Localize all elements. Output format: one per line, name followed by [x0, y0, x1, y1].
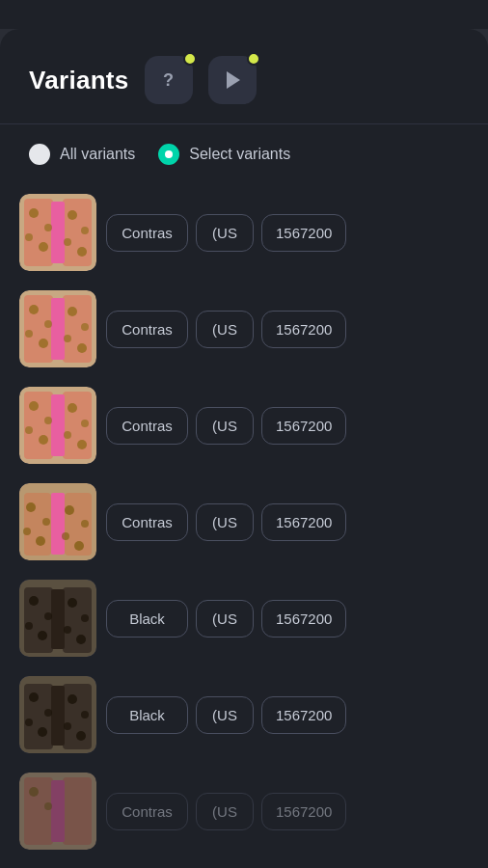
svg-point-70 [64, 722, 71, 730]
svg-point-52 [29, 596, 39, 606]
svg-point-58 [64, 626, 71, 634]
product-thumbnail [19, 676, 96, 753]
select-variants-radio[interactable] [158, 144, 179, 165]
svg-point-77 [44, 802, 52, 810]
svg-point-35 [77, 440, 87, 449]
all-variants-option[interactable]: All variants [29, 144, 135, 165]
sku-tag: 1567200 [261, 696, 346, 734]
svg-rect-1 [24, 199, 53, 266]
header-row: Variants ? [29, 56, 459, 104]
svg-point-67 [38, 727, 47, 737]
svg-rect-3 [51, 202, 65, 263]
svg-point-31 [39, 435, 48, 445]
svg-point-68 [68, 694, 77, 704]
variant-tags-1: Contras (US 1567200 [106, 214, 469, 252]
header-section: Variants ? [0, 29, 488, 124]
svg-rect-13 [24, 295, 53, 363]
svg-rect-74 [63, 777, 92, 845]
table-row: Black (US 1567200 [0, 666, 488, 763]
variant-image-3 [19, 387, 96, 464]
variant-image-1 [19, 194, 96, 271]
svg-point-8 [68, 210, 77, 220]
variants-options: All variants Select variants [0, 124, 488, 175]
svg-point-17 [44, 320, 52, 328]
variants-list[interactable]: Contras (US 1567200 [0, 175, 488, 850]
play-dot-indicator [247, 52, 260, 66]
svg-point-66 [25, 719, 33, 726]
svg-point-23 [77, 343, 87, 353]
svg-point-47 [74, 541, 84, 551]
svg-point-45 [81, 520, 89, 528]
variant-tags-4: Contras (US 1567200 [106, 503, 469, 541]
svg-point-30 [25, 426, 33, 434]
svg-rect-73 [24, 777, 53, 845]
variant-tags-7: Contras (US 1567200 [106, 793, 469, 830]
product-thumbnail [19, 483, 96, 560]
table-row: Contras (US 1567200 [0, 377, 488, 474]
svg-point-18 [25, 330, 33, 338]
svg-rect-15 [51, 298, 65, 360]
variant-tags-2: Contras (US 1567200 [106, 311, 469, 348]
svg-point-34 [64, 431, 71, 439]
svg-point-28 [29, 401, 39, 411]
play-icon [227, 71, 240, 89]
svg-point-9 [81, 227, 89, 234]
svg-point-56 [68, 598, 77, 608]
color-tag: Contras [106, 503, 188, 541]
svg-point-46 [62, 532, 69, 540]
sku-tag: 1567200 [261, 311, 346, 348]
svg-point-54 [25, 622, 33, 630]
help-dot-indicator [183, 52, 197, 66]
color-tag: Contras [106, 793, 188, 830]
table-row: Black (US 1567200 [0, 570, 488, 666]
variant-image-2 [19, 290, 96, 367]
svg-point-44 [65, 505, 74, 515]
question-mark-icon: ? [163, 70, 174, 91]
sku-tag: 1567200 [261, 793, 346, 830]
svg-point-65 [44, 709, 52, 717]
page-title: Variants [29, 66, 129, 95]
help-button[interactable]: ? [145, 56, 193, 104]
sku-tag: 1567200 [261, 407, 346, 445]
size-tag: (US [196, 214, 254, 252]
svg-point-5 [44, 224, 52, 231]
svg-rect-49 [24, 587, 53, 653]
svg-point-16 [29, 305, 39, 314]
svg-point-55 [38, 631, 47, 640]
all-variants-label: All variants [60, 146, 135, 163]
variant-image-5 [19, 580, 96, 657]
size-tag: (US [196, 311, 254, 348]
svg-point-33 [81, 420, 89, 427]
svg-point-69 [81, 711, 89, 719]
svg-point-53 [44, 612, 52, 620]
variant-tags-3: Contras (US 1567200 [106, 407, 469, 445]
svg-point-43 [36, 536, 45, 546]
play-button[interactable] [208, 56, 257, 104]
color-tag: Contras [106, 214, 188, 252]
product-thumbnail [19, 580, 96, 657]
svg-point-20 [68, 307, 77, 316]
product-thumbnail [19, 773, 96, 850]
svg-rect-63 [51, 686, 65, 746]
sku-tag: 1567200 [261, 600, 346, 637]
svg-rect-25 [24, 392, 53, 459]
color-tag: Black [106, 600, 188, 637]
svg-point-4 [29, 208, 39, 218]
sku-tag: 1567200 [261, 214, 346, 252]
table-row: Contras (US 1567200 [0, 763, 488, 850]
main-container: Variants ? All variants Select variants [0, 29, 488, 868]
select-variants-option[interactable]: Select variants [158, 144, 290, 165]
variant-tags-5: Black (US 1567200 [106, 600, 469, 637]
product-thumbnail [19, 387, 96, 464]
all-variants-radio[interactable] [29, 144, 50, 165]
variant-image-6 [19, 676, 96, 753]
svg-point-40 [26, 502, 36, 512]
svg-point-10 [64, 238, 71, 246]
svg-point-22 [64, 335, 71, 342]
svg-point-7 [39, 242, 48, 252]
sku-tag: 1567200 [261, 503, 346, 541]
size-tag: (US [196, 600, 254, 637]
svg-point-6 [25, 233, 33, 241]
product-thumbnail [19, 194, 96, 271]
svg-point-29 [44, 417, 52, 424]
